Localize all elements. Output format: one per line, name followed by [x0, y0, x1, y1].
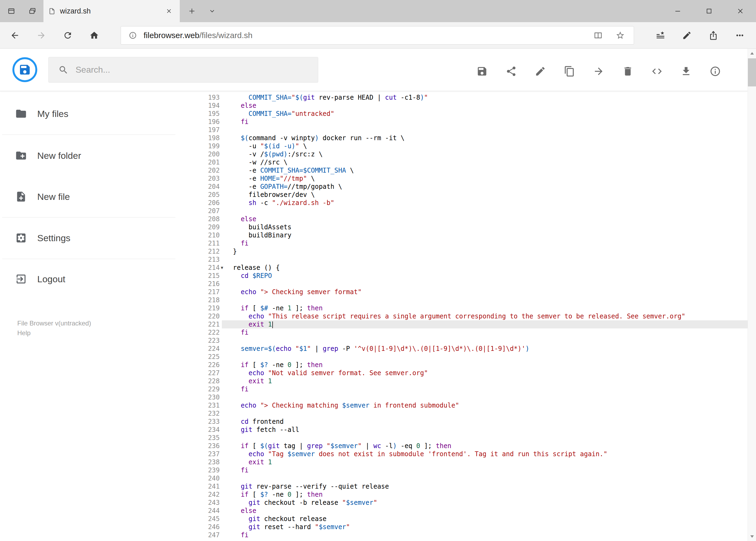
- search-input[interactable]: [76, 65, 318, 75]
- scroll-up-button[interactable]: [748, 49, 756, 58]
- browser-tab[interactable]: wizard.sh: [44, 0, 180, 22]
- code-line[interactable]: 226 if [ $? -ne 0 ]; then: [178, 361, 748, 369]
- code-line[interactable]: 214▾release () {: [178, 264, 748, 272]
- code-line[interactable]: 247 fi: [178, 531, 748, 539]
- code-line[interactable]: 199 -u "$(id -u)" \: [178, 142, 748, 150]
- code-line[interactable]: 220 echo "This release script requires a…: [178, 312, 748, 320]
- code-line[interactable]: 224 semver=$(echo "$1" | grep -P '^v(0|[…: [178, 345, 748, 353]
- code-line[interactable]: 219 if [ $# -ne 1 ]; then: [178, 304, 748, 312]
- window-close-button[interactable]: [725, 0, 756, 22]
- tabs-preview-button[interactable]: [3, 2, 20, 20]
- code-line[interactable]: 223: [178, 336, 748, 345]
- file-delete-button[interactable]: [621, 65, 634, 78]
- code-line[interactable]: 210 buildBinary: [178, 231, 748, 239]
- code-line[interactable]: 245 git checkout release: [178, 515, 748, 523]
- code-line[interactable]: 194 else: [178, 102, 748, 110]
- code-line[interactable]: 228 exit 1: [178, 377, 748, 385]
- hub-button[interactable]: [651, 26, 670, 45]
- file-copy-button[interactable]: [563, 65, 576, 78]
- code-line[interactable]: 213: [178, 256, 748, 264]
- code-line[interactable]: 208 else: [178, 215, 748, 223]
- code-line[interactable]: 196 fi: [178, 118, 748, 126]
- sidebar-item-my-files[interactable]: My files: [0, 102, 178, 126]
- code-line[interactable]: 222 fi: [178, 328, 748, 336]
- more-button[interactable]: [730, 26, 750, 45]
- code-line[interactable]: 211 fi: [178, 239, 748, 248]
- maximize-button[interactable]: [693, 0, 725, 22]
- code-line[interactable]: 237 echo "Tag $semver does not exist in …: [178, 450, 748, 458]
- code-line[interactable]: 221 exit 1: [178, 320, 748, 328]
- site-info-button[interactable]: [127, 30, 138, 41]
- code-line[interactable]: 200 -v /$(pwd):/src:z \: [178, 150, 748, 158]
- code-line[interactable]: 197: [178, 126, 748, 134]
- code-line[interactable]: 216: [178, 280, 748, 288]
- code-line[interactable]: 246 git reset --hard "$semver": [178, 523, 748, 531]
- code-line[interactable]: 201 -w //src \: [178, 158, 748, 166]
- search-bar[interactable]: [48, 57, 318, 83]
- code-line[interactable]: 203 -e HOME="//tmp" \: [178, 175, 748, 183]
- browser-share-button[interactable]: [704, 26, 723, 45]
- scroll-thumb[interactable]: [748, 58, 756, 86]
- forward-button[interactable]: [32, 26, 50, 44]
- code-line[interactable]: 230: [178, 393, 748, 401]
- sidebar-item-logout[interactable]: Logout: [0, 267, 178, 291]
- code-line[interactable]: 195 COMMIT_SHA="untracked": [178, 110, 748, 118]
- tab-list-button[interactable]: [204, 0, 220, 22]
- code-line[interactable]: 243 git checkout -b release "$semver": [178, 499, 748, 507]
- file-download-button[interactable]: [680, 65, 692, 78]
- scrollbar[interactable]: [748, 49, 756, 541]
- fold-marker-icon[interactable]: ▾: [221, 264, 223, 272]
- file-move-button[interactable]: [592, 65, 605, 78]
- code-line[interactable]: 244 else: [178, 507, 748, 515]
- code-line[interactable]: 240: [178, 474, 748, 482]
- tab-close-button[interactable]: [163, 5, 175, 17]
- code-line[interactable]: 232: [178, 409, 748, 417]
- code-line[interactable]: 239 fi: [178, 466, 748, 474]
- code-editor[interactable]: 193 COMMIT_SHA="$(git rev-parse HEAD | c…: [178, 91, 748, 541]
- code-line[interactable]: 235: [178, 434, 748, 442]
- scroll-down-button[interactable]: [748, 532, 756, 541]
- code-line[interactable]: 217 echo "> Checking semver format": [178, 288, 748, 296]
- sidebar-item-settings[interactable]: Settings: [0, 226, 178, 250]
- new-tab-button[interactable]: [182, 0, 201, 22]
- code-line[interactable]: 209 buildAssets: [178, 223, 748, 231]
- code-line[interactable]: 204 -e GOPATH=//tmp/gopath \: [178, 183, 748, 191]
- reading-view-button[interactable]: [591, 28, 605, 42]
- code-line[interactable]: 198 $(command -v winpty) docker run --rm…: [178, 134, 748, 142]
- file-share-button[interactable]: [505, 65, 518, 78]
- code-line[interactable]: 231 echo "> Checking matching $semver in…: [178, 401, 748, 409]
- code-line[interactable]: 193 COMMIT_SHA="$(git rev-parse HEAD | c…: [178, 94, 748, 102]
- refresh-button[interactable]: [59, 26, 77, 44]
- back-button[interactable]: [6, 26, 24, 44]
- home-button[interactable]: [85, 26, 103, 44]
- code-line[interactable]: 227 echo "Not valid semver format. See s…: [178, 369, 748, 377]
- notes-button[interactable]: [677, 26, 697, 45]
- code-line[interactable]: 218: [178, 296, 748, 304]
- code-line[interactable]: 236 if [ $(git tag | grep "$semver" | wc…: [178, 442, 748, 450]
- sidebar-item-new-file[interactable]: New file: [0, 185, 178, 209]
- sidebar-item-new-folder[interactable]: New folder: [0, 144, 178, 168]
- app-logo[interactable]: [12, 57, 37, 82]
- code-line[interactable]: 202 -e COMMIT_SHA=$COMMIT_SHA \: [178, 166, 748, 175]
- code-line[interactable]: 215 cd $REPO: [178, 272, 748, 280]
- code-line[interactable]: 205 filebrowser/dev \: [178, 191, 748, 199]
- code-line[interactable]: 207: [178, 207, 748, 215]
- favorite-button[interactable]: [613, 28, 627, 42]
- file-rename-button[interactable]: [534, 65, 547, 78]
- minimize-button[interactable]: [662, 0, 693, 22]
- file-info-button[interactable]: [709, 65, 722, 78]
- code-line[interactable]: 241 git rev-parse --verify --quiet relea…: [178, 482, 748, 490]
- code-line[interactable]: 234 git fetch --all: [178, 426, 748, 434]
- code-line[interactable]: 242 if [ $? -ne 0 ]; then: [178, 490, 748, 499]
- code-line[interactable]: 225: [178, 353, 748, 361]
- code-line[interactable]: 206 sh -c "./wizard.sh -b": [178, 199, 748, 207]
- help-link[interactable]: Help: [17, 328, 91, 338]
- code-line[interactable]: 229 fi: [178, 385, 748, 393]
- code-line[interactable]: 212}: [178, 248, 748, 256]
- file-save-button[interactable]: [476, 65, 489, 78]
- code-line[interactable]: 233 cd frontend: [178, 417, 748, 426]
- address-bar[interactable]: filebrowser.web/files/wizard.sh: [121, 26, 634, 45]
- code-view-button[interactable]: [650, 65, 663, 78]
- set-tabs-aside-button[interactable]: [24, 2, 41, 20]
- code-line[interactable]: 238 exit 1: [178, 458, 748, 466]
